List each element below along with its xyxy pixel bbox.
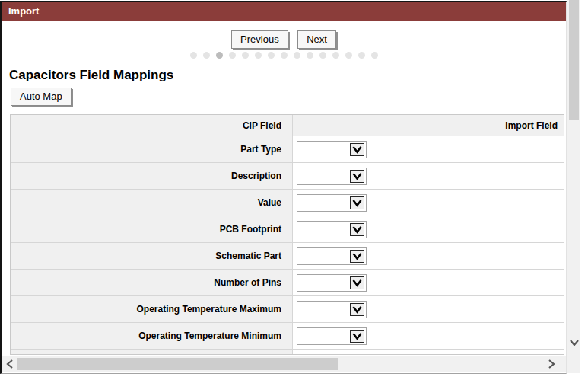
cip-field-label: Description bbox=[11, 163, 293, 189]
import-window: Import Previous Next Capacitors Field Ma… bbox=[0, 1, 567, 374]
step-dot bbox=[242, 52, 249, 59]
import-field-cell bbox=[293, 243, 564, 269]
step-dot bbox=[319, 52, 326, 59]
table-row: Part Type bbox=[11, 136, 564, 163]
step-dot bbox=[345, 52, 352, 59]
step-dot bbox=[358, 52, 365, 59]
cip-field-label: Schematic Part bbox=[11, 243, 293, 269]
table-row bbox=[11, 350, 564, 355]
import-field-cell bbox=[293, 136, 564, 162]
import-field-select[interactable] bbox=[297, 221, 367, 238]
page: { "window": { "title": "Import" }, "nav"… bbox=[0, 0, 588, 380]
vertical-scrollbar-thumb[interactable] bbox=[569, 0, 579, 120]
cip-field-label: Number of Pins bbox=[11, 270, 293, 295]
table-row: Schematic Part bbox=[11, 243, 564, 270]
field-mapping-table: CIP Field Import Field Part TypeDescript… bbox=[10, 114, 564, 355]
cip-field-label: PCB Footprint bbox=[11, 216, 293, 242]
next-button[interactable]: Next bbox=[297, 30, 336, 49]
step-dot bbox=[255, 52, 262, 59]
step-dot bbox=[268, 52, 275, 59]
import-field-select[interactable] bbox=[297, 141, 367, 158]
window-title: Import bbox=[8, 5, 39, 17]
import-field-select[interactable] bbox=[297, 168, 367, 185]
import-field-cell bbox=[293, 323, 564, 349]
chevron-down-icon[interactable] bbox=[350, 170, 364, 183]
step-dot bbox=[229, 52, 236, 59]
import-field-select[interactable] bbox=[297, 327, 367, 345]
import-field-select[interactable] bbox=[297, 354, 367, 356]
step-dot bbox=[203, 52, 210, 59]
import-field-cell bbox=[293, 216, 564, 242]
cip-field-label bbox=[11, 350, 293, 355]
step-dot bbox=[294, 52, 300, 59]
step-dot bbox=[307, 52, 313, 59]
chevron-down-icon[interactable] bbox=[350, 303, 364, 316]
import-field-cell bbox=[293, 350, 564, 355]
chevron-down-icon[interactable] bbox=[350, 330, 364, 343]
frame-right-border bbox=[583, 0, 583, 378]
table-row: Number of Pins bbox=[11, 270, 564, 296]
import-field-select[interactable] bbox=[297, 274, 367, 292]
chevron-down-icon[interactable] bbox=[350, 143, 364, 156]
table-row: Value bbox=[11, 190, 564, 216]
import-field-cell bbox=[293, 296, 564, 322]
import-field-cell bbox=[293, 163, 564, 189]
table-row: Operating Temperature Minimum bbox=[11, 323, 564, 350]
vertical-scrollbar[interactable] bbox=[567, 0, 580, 373]
chevron-down-icon[interactable] bbox=[350, 196, 364, 209]
chevron-down-icon[interactable] bbox=[350, 276, 364, 289]
step-dot bbox=[190, 52, 197, 59]
auto-map-button[interactable]: Auto Map bbox=[11, 88, 72, 106]
import-field-cell bbox=[293, 270, 564, 295]
import-field-select[interactable] bbox=[297, 247, 367, 265]
cip-field-label: Operating Temperature Maximum bbox=[11, 296, 293, 322]
window-titlebar: Import bbox=[2, 2, 566, 21]
table-row: PCB Footprint bbox=[11, 216, 564, 243]
chevron-right-icon[interactable] bbox=[546, 358, 557, 370]
cip-field-label: Value bbox=[11, 190, 293, 216]
page-title: Capacitors Field Mappings bbox=[9, 68, 173, 83]
horizontal-scrollbar-thumb[interactable] bbox=[17, 358, 338, 370]
step-dot bbox=[332, 52, 339, 59]
import-field-cell bbox=[293, 190, 564, 216]
table-row: Description bbox=[11, 163, 564, 190]
chevron-down-icon[interactable] bbox=[350, 223, 364, 236]
step-dots bbox=[2, 51, 566, 59]
cip-field-label: Part Type bbox=[11, 136, 293, 162]
cip-field-label: Operating Temperature Minimum bbox=[11, 323, 293, 349]
cip-field-header: CIP Field bbox=[11, 115, 293, 136]
import-field-select[interactable] bbox=[297, 301, 367, 318]
table-header-row: CIP Field Import Field bbox=[11, 115, 564, 136]
chevron-down-icon[interactable] bbox=[568, 337, 580, 349]
import-field-select[interactable] bbox=[297, 194, 367, 212]
horizontal-scrollbar[interactable] bbox=[2, 356, 566, 372]
previous-button[interactable]: Previous bbox=[231, 30, 288, 49]
wizard-nav: Previous Next bbox=[2, 30, 566, 49]
step-dot-active bbox=[216, 52, 223, 59]
step-dot bbox=[371, 52, 378, 59]
step-dot bbox=[281, 52, 288, 59]
chevron-left-icon[interactable] bbox=[5, 358, 15, 370]
mapping-rows: Part TypeDescriptionValuePCB FootprintSc… bbox=[11, 136, 564, 355]
table-row: Operating Temperature Maximum bbox=[11, 296, 564, 323]
chevron-down-icon[interactable] bbox=[350, 250, 364, 263]
import-field-header: Import Field bbox=[293, 115, 564, 136]
